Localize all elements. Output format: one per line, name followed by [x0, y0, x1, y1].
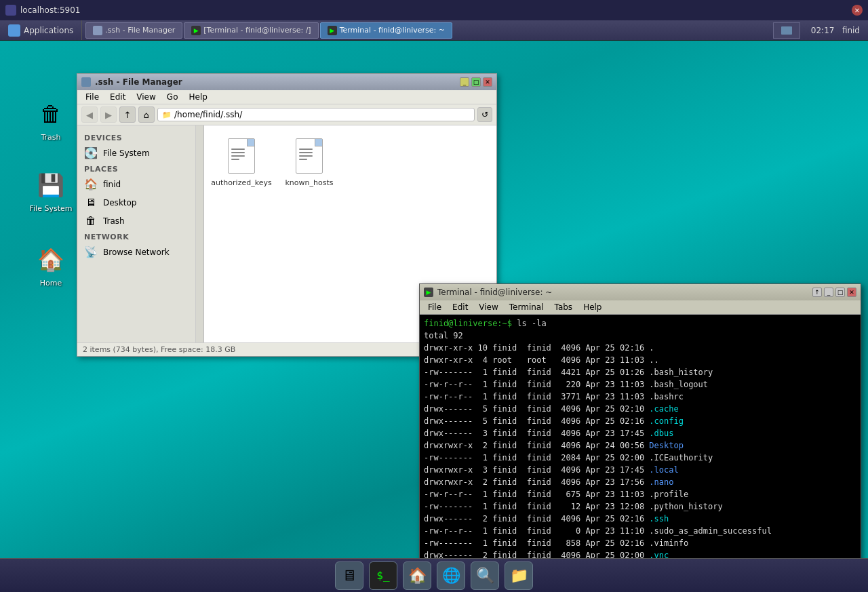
taskbar-item-terminal1[interactable]: ▶ [Terminal - finid@liniverse: /]: [184, 22, 318, 39]
authorized-keys-name: authorized_keys: [211, 178, 271, 187]
places-section-label: PLACES: [77, 162, 195, 175]
filemanager-task-label: .ssh - File Manager: [105, 26, 175, 35]
network-sidebar-icon: 📡: [84, 245, 98, 258]
term-line-17: -rw-r--r-- 1 finid finid 0 Apr 23 11:10 …: [424, 525, 856, 537]
term-line-11: -rw------- 1 finid finid 2084 Apr 25 02:…: [424, 452, 856, 464]
term-menu-help[interactable]: Help: [578, 301, 607, 313]
location-bar: 📁 /home/finid/.ssh/: [157, 108, 475, 121]
terminal-minimize-button[interactable]: _: [824, 288, 833, 297]
vnc-close-button[interactable]: ✕: [852, 5, 863, 16]
known-hosts-icon: [293, 136, 326, 176]
term-line-2: drwxr-xr-x 10 finid finid 4096 Apr 25 02…: [424, 342, 856, 354]
desktop-icon-home[interactable]: 🏠 Home: [24, 241, 78, 290]
dock-item-home-folder[interactable]: 🏠: [403, 561, 431, 590]
term-line-1: total 92: [424, 330, 856, 342]
sidebar-item-desktop[interactable]: 🖥 Desktop: [77, 193, 195, 212]
sidebar-item-filesystem[interactable]: 💽 File System: [77, 144, 195, 162]
term-menu-tabs[interactable]: Tabs: [549, 301, 578, 313]
term-line-16: drwx------ 2 finid finid 4096 Apr 25 02:…: [424, 513, 856, 525]
dock-item-terminal[interactable]: $_: [369, 561, 397, 590]
terminal-menubar: File Edit View Terminal Tabs Help: [420, 300, 861, 315]
window-minimize-button[interactable]: _: [460, 77, 469, 87]
menu-file[interactable]: File: [80, 91, 104, 103]
filemanager-task-icon: [93, 26, 102, 35]
finid-sidebar-label: finid: [103, 180, 121, 189]
refresh-button[interactable]: ↺: [477, 107, 492, 122]
terminal-title-icon: ▶: [424, 288, 433, 297]
window-close-button[interactable]: ✕: [483, 77, 492, 87]
home-button[interactable]: ⌂: [138, 106, 155, 123]
taskbar-item-filemanager[interactable]: .ssh - File Manager: [85, 22, 182, 39]
term-line-4: -rw------- 1 finid finid 4421 Apr 25 01:…: [424, 366, 856, 378]
dock-item-files[interactable]: 📁: [505, 561, 533, 590]
terminal-titlebar: ▶ Terminal - finid@liniverse: ~ ↑ _ □ ✕: [420, 284, 861, 300]
term-menu-edit[interactable]: Edit: [447, 301, 473, 313]
known-hosts-lines: [299, 149, 313, 162]
vnc-icon: [5, 5, 16, 16]
home-label: Home: [40, 279, 62, 288]
filesystem-sidebar-icon: 💽: [84, 146, 98, 159]
terminal2-task-label: Terminal - finid@liniverse: ~: [340, 26, 445, 35]
desktop-sidebar-label: Desktop: [103, 198, 137, 208]
sidebar-item-finid[interactable]: 🏠 finid: [77, 175, 195, 193]
trash-sidebar-label: Trash: [103, 216, 125, 226]
file-manager-titlebar: .ssh - File Manager _ □ ✕: [77, 74, 496, 90]
file-manager-title: .ssh - File Manager: [95, 77, 460, 87]
terminal-up-button[interactable]: ↑: [812, 288, 822, 297]
location-path: /home/finid/.ssh/: [174, 110, 242, 119]
menu-help[interactable]: Help: [183, 91, 212, 103]
term-line-10: drwxrwxr-x 2 finid finid 4096 Apr 24 00:…: [424, 439, 856, 452]
term-menu-view[interactable]: View: [473, 301, 503, 313]
applications-label: Applications: [24, 26, 73, 35]
dock-item-search[interactable]: 🔍: [471, 561, 499, 590]
term-line-7: drwx------ 5 finid finid 4096 Apr 25 02:…: [424, 403, 856, 415]
terminal-maximize-button[interactable]: □: [835, 288, 845, 297]
menu-view[interactable]: View: [131, 91, 161, 103]
home-icon: 🏠: [35, 243, 67, 276]
term-line-5: -rw-r--r-- 1 finid finid 220 Apr 23 11:0…: [424, 378, 856, 391]
desktop-icon-filesystem[interactable]: 💾 File System: [24, 166, 78, 216]
term-menu-terminal[interactable]: Terminal: [504, 301, 549, 313]
network-sidebar-label: Browse Network: [103, 248, 170, 257]
devices-section-label: DEVICES: [77, 131, 195, 144]
file-item-known-hosts[interactable]: known_hosts: [279, 132, 340, 191]
menu-go[interactable]: Go: [161, 91, 184, 103]
vnc-title: localhost:5901: [20, 5, 852, 15]
term-line-14: -rw-r--r-- 1 finid finid 675 Apr 23 11:0…: [424, 488, 856, 500]
term-line-0: finid@liniverse:~$ ls -la: [424, 317, 856, 330]
terminal-controls: ↑ _ □ ✕: [812, 288, 856, 297]
desktop-icon-trash[interactable]: 🗑 Trash: [24, 95, 78, 144]
terminal2-task-icon: ▶: [328, 26, 337, 35]
filesystem-icon: 💾: [35, 169, 67, 201]
file-item-authorized-keys[interactable]: authorized_keys: [211, 132, 272, 191]
network-section-label: NETWORK: [77, 230, 195, 243]
menu-edit[interactable]: Edit: [104, 91, 131, 103]
authorized-keys-doc-icon: [228, 138, 255, 174]
applications-menu-button[interactable]: Applications: [0, 20, 82, 40]
sidebar-scrollbar: [196, 125, 204, 342]
forward-button[interactable]: ▶: [100, 106, 117, 123]
back-button[interactable]: ◀: [81, 106, 98, 123]
dock-item-browser[interactable]: 🌐: [437, 561, 465, 590]
authorized-keys-lines: [231, 149, 245, 162]
workspace-switcher[interactable]: [773, 22, 800, 39]
terminal1-task-icon: ▶: [191, 26, 201, 35]
sidebar-item-browse-network[interactable]: 📡 Browse Network: [77, 243, 195, 261]
filesystem-label: File System: [30, 204, 73, 213]
window-maximize-button[interactable]: □: [471, 77, 481, 87]
filesystem-sidebar-label: File System: [103, 149, 150, 158]
term-line-6: -rw-r--r-- 1 finid finid 3771 Apr 23 11:…: [424, 391, 856, 403]
term-line-9: drwx------ 3 finid finid 4096 Apr 23 17:…: [424, 427, 856, 439]
file-manager-menubar: File Edit View Go Help: [77, 90, 496, 104]
term-menu-file[interactable]: File: [422, 301, 447, 313]
up-button[interactable]: ↑: [119, 106, 136, 123]
trash-sidebar-icon: 🗑: [84, 214, 98, 227]
terminal-close-button[interactable]: ✕: [847, 288, 856, 297]
sidebar-item-trash[interactable]: 🗑 Trash: [77, 212, 195, 230]
file-manager-toolbar: ◀ ▶ ↑ ⌂ 📁 /home/finid/.ssh/ ↺: [77, 104, 496, 125]
known-hosts-doc-icon: [296, 138, 323, 174]
terminal-content[interactable]: finid@liniverse:~$ ls -la total 92 drwxr…: [420, 315, 861, 592]
taskbar-item-terminal2[interactable]: ▶ Terminal - finid@liniverse: ~: [320, 22, 452, 39]
term-line-15: -rw------- 1 finid finid 12 Apr 23 12:08…: [424, 500, 856, 513]
dock-item-screen[interactable]: 🖥: [335, 561, 363, 590]
